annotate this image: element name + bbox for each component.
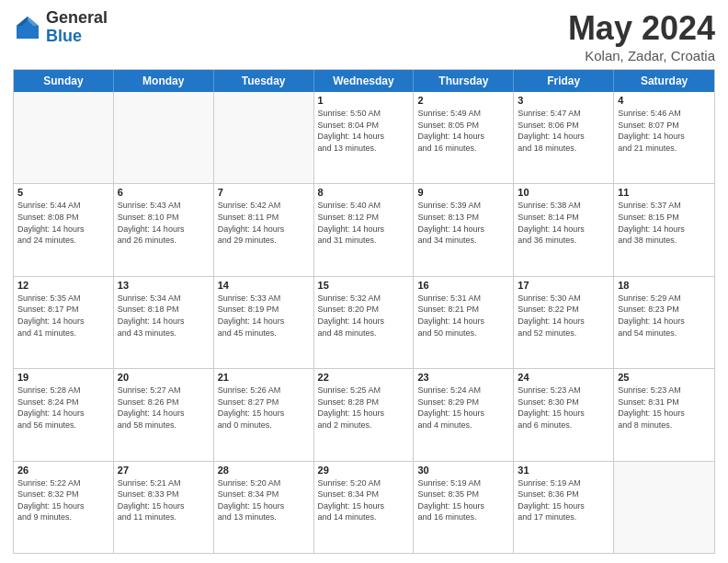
week-row-5: 26Sunrise: 5:22 AMSunset: 8:32 PMDayligh… (14, 461, 714, 553)
day-cell-5: 5Sunrise: 5:44 AMSunset: 8:08 PMDaylight… (14, 184, 114, 275)
day-number: 30 (417, 465, 509, 476)
day-info: Sunrise: 5:23 AMSunset: 8:30 PMDaylight:… (518, 385, 609, 431)
day-cell-29: 29Sunrise: 5:20 AMSunset: 8:34 PMDayligh… (314, 462, 415, 553)
day-number: 27 (118, 465, 210, 476)
day-cell-23: 23Sunrise: 5:24 AMSunset: 8:29 PMDayligh… (414, 369, 514, 460)
day-cell-18: 18Sunrise: 5:29 AMSunset: 8:23 PMDayligh… (614, 277, 714, 368)
header-day-tuesday: Tuesday (214, 70, 314, 92)
day-number: 25 (618, 372, 711, 383)
day-cell-19: 19Sunrise: 5:28 AMSunset: 8:24 PMDayligh… (14, 369, 114, 460)
day-number: 5 (17, 187, 109, 198)
title-location: Kolan, Zadar, Croatia (568, 48, 715, 63)
week-row-2: 5Sunrise: 5:44 AMSunset: 8:08 PMDaylight… (14, 183, 714, 275)
week-row-1: 1Sunrise: 5:50 AMSunset: 8:04 PMDaylight… (14, 92, 714, 183)
day-cell-3: 3Sunrise: 5:47 AMSunset: 8:06 PMDaylight… (514, 92, 614, 183)
day-info: Sunrise: 5:43 AMSunset: 8:10 PMDaylight:… (118, 200, 210, 246)
calendar: SundayMondayTuesdayWednesdayThursdayFrid… (13, 69, 715, 554)
day-info: Sunrise: 5:26 AMSunset: 8:27 PMDaylight:… (218, 385, 310, 431)
day-info: Sunrise: 5:30 AMSunset: 8:22 PMDaylight:… (518, 293, 609, 339)
day-number: 15 (318, 280, 410, 291)
day-number: 8 (318, 187, 410, 198)
header: General Blue May 2024 Kolan, Zadar, Croa… (13, 9, 715, 63)
day-info: Sunrise: 5:44 AMSunset: 8:08 PMDaylight:… (17, 200, 109, 246)
day-number: 24 (518, 372, 609, 383)
day-info: Sunrise: 5:33 AMSunset: 8:19 PMDaylight:… (218, 293, 310, 339)
header-day-saturday: Saturday (614, 70, 714, 92)
day-number: 9 (417, 187, 509, 198)
day-info: Sunrise: 5:34 AMSunset: 8:18 PMDaylight:… (118, 293, 210, 339)
day-cell-21: 21Sunrise: 5:26 AMSunset: 8:27 PMDayligh… (214, 369, 314, 460)
day-cell-27: 27Sunrise: 5:21 AMSunset: 8:33 PMDayligh… (114, 462, 214, 553)
day-cell-14: 14Sunrise: 5:33 AMSunset: 8:19 PMDayligh… (214, 277, 314, 368)
day-cell-15: 15Sunrise: 5:32 AMSunset: 8:20 PMDayligh… (314, 277, 415, 368)
day-info: Sunrise: 5:20 AMSunset: 8:34 PMDaylight:… (218, 477, 310, 523)
day-number: 2 (417, 95, 509, 106)
day-number: 6 (118, 187, 210, 198)
day-info: Sunrise: 5:32 AMSunset: 8:20 PMDaylight:… (318, 293, 410, 339)
day-info: Sunrise: 5:29 AMSunset: 8:23 PMDaylight:… (618, 293, 711, 339)
day-info: Sunrise: 5:47 AMSunset: 8:06 PMDaylight:… (518, 108, 609, 154)
day-cell-24: 24Sunrise: 5:23 AMSunset: 8:30 PMDayligh… (514, 369, 614, 460)
header-day-thursday: Thursday (414, 70, 514, 92)
day-info: Sunrise: 5:19 AMSunset: 8:35 PMDaylight:… (417, 477, 509, 523)
day-number: 10 (518, 187, 609, 198)
logo-text: General Blue (46, 9, 108, 46)
empty-cell (14, 92, 114, 183)
day-info: Sunrise: 5:31 AMSunset: 8:21 PMDaylight:… (417, 293, 509, 339)
day-info: Sunrise: 5:46 AMSunset: 8:07 PMDaylight:… (618, 108, 711, 154)
day-cell-4: 4Sunrise: 5:46 AMSunset: 8:07 PMDaylight… (614, 92, 714, 183)
day-number: 1 (318, 95, 410, 106)
day-cell-11: 11Sunrise: 5:37 AMSunset: 8:15 PMDayligh… (614, 184, 714, 275)
day-number: 22 (318, 372, 410, 383)
day-number: 19 (17, 372, 109, 383)
day-number: 31 (518, 465, 609, 476)
day-info: Sunrise: 5:28 AMSunset: 8:24 PMDaylight:… (17, 385, 109, 431)
day-number: 11 (618, 187, 711, 198)
day-cell-25: 25Sunrise: 5:23 AMSunset: 8:31 PMDayligh… (614, 369, 714, 460)
day-info: Sunrise: 5:49 AMSunset: 8:05 PMDaylight:… (417, 108, 509, 154)
day-cell-16: 16Sunrise: 5:31 AMSunset: 8:21 PMDayligh… (414, 277, 514, 368)
day-info: Sunrise: 5:40 AMSunset: 8:12 PMDaylight:… (318, 200, 410, 246)
empty-cell (614, 462, 714, 553)
calendar-body: 1Sunrise: 5:50 AMSunset: 8:04 PMDaylight… (14, 92, 714, 553)
day-number: 18 (618, 280, 711, 291)
day-cell-1: 1Sunrise: 5:50 AMSunset: 8:04 PMDaylight… (314, 92, 415, 183)
day-number: 13 (118, 280, 210, 291)
day-number: 17 (518, 280, 609, 291)
day-cell-17: 17Sunrise: 5:30 AMSunset: 8:22 PMDayligh… (514, 277, 614, 368)
day-number: 14 (218, 280, 310, 291)
title-month: May 2024 (568, 9, 715, 48)
day-number: 4 (618, 95, 711, 106)
day-info: Sunrise: 5:24 AMSunset: 8:29 PMDaylight:… (417, 385, 509, 431)
header-day-monday: Monday (114, 70, 214, 92)
day-cell-20: 20Sunrise: 5:27 AMSunset: 8:26 PMDayligh… (114, 369, 214, 460)
day-info: Sunrise: 5:20 AMSunset: 8:34 PMDaylight:… (318, 477, 410, 523)
day-number: 29 (318, 465, 410, 476)
day-cell-10: 10Sunrise: 5:38 AMSunset: 8:14 PMDayligh… (514, 184, 614, 275)
header-day-wednesday: Wednesday (314, 70, 415, 92)
day-cell-8: 8Sunrise: 5:40 AMSunset: 8:12 PMDaylight… (314, 184, 415, 275)
day-info: Sunrise: 5:50 AMSunset: 8:04 PMDaylight:… (318, 108, 410, 154)
calendar-header-row: SundayMondayTuesdayWednesdayThursdayFrid… (14, 70, 714, 92)
day-info: Sunrise: 5:39 AMSunset: 8:13 PMDaylight:… (417, 200, 509, 246)
empty-cell (114, 92, 214, 183)
logo-blue-text: Blue (46, 28, 108, 46)
day-number: 16 (417, 280, 509, 291)
day-number: 7 (218, 187, 310, 198)
empty-cell (214, 92, 314, 183)
day-cell-7: 7Sunrise: 5:42 AMSunset: 8:11 PMDaylight… (214, 184, 314, 275)
week-row-3: 12Sunrise: 5:35 AMSunset: 8:17 PMDayligh… (14, 276, 714, 368)
day-info: Sunrise: 5:19 AMSunset: 8:36 PMDaylight:… (518, 477, 609, 523)
day-number: 21 (218, 372, 310, 383)
logo: General Blue (13, 9, 108, 46)
day-number: 26 (17, 465, 109, 476)
day-number: 12 (17, 280, 109, 291)
day-cell-9: 9Sunrise: 5:39 AMSunset: 8:13 PMDaylight… (414, 184, 514, 275)
header-day-friday: Friday (514, 70, 614, 92)
logo-general-text: General (46, 9, 108, 28)
title-block: May 2024 Kolan, Zadar, Croatia (568, 9, 715, 63)
day-cell-31: 31Sunrise: 5:19 AMSunset: 8:36 PMDayligh… (514, 462, 614, 553)
day-info: Sunrise: 5:42 AMSunset: 8:11 PMDaylight:… (218, 200, 310, 246)
day-cell-13: 13Sunrise: 5:34 AMSunset: 8:18 PMDayligh… (114, 277, 214, 368)
day-cell-12: 12Sunrise: 5:35 AMSunset: 8:17 PMDayligh… (14, 277, 114, 368)
